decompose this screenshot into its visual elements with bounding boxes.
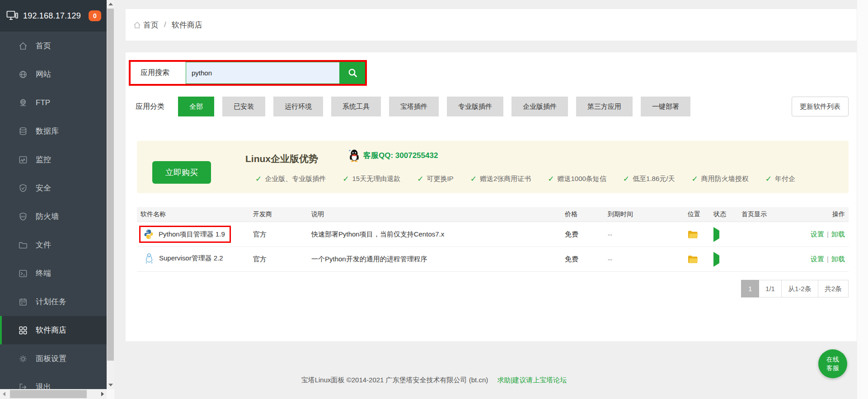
vertical-scrollbar[interactable] bbox=[107, 0, 114, 389]
app-description: 快速部署Python项目，当前仅支持Centos7.x bbox=[308, 230, 561, 239]
running-status-icon[interactable] bbox=[713, 227, 719, 242]
folder-outline-icon bbox=[18, 240, 28, 250]
sidebar-item-label: 监控 bbox=[36, 154, 51, 165]
search-button[interactable] bbox=[340, 62, 365, 84]
running-status-icon[interactable] bbox=[713, 252, 719, 267]
scroll-up-arrow-icon[interactable] bbox=[108, 3, 113, 5]
benefit-item: ✓15天无理由退款 bbox=[343, 174, 400, 184]
app-name: Supervisor管理器 2.2 bbox=[159, 254, 223, 263]
search-input[interactable] bbox=[186, 62, 340, 84]
sidebar-item-ftp[interactable]: FTP bbox=[0, 88, 107, 117]
check-icon: ✓ bbox=[417, 174, 423, 184]
python-app-annotation-box: Python项目管理器 1.9 bbox=[139, 226, 231, 243]
svg-text:✦: ✦ bbox=[348, 149, 351, 152]
sidebar-item-monitor[interactable]: 监控 bbox=[0, 145, 107, 174]
app-developer: 官方 bbox=[249, 255, 308, 264]
scrollbar-corner bbox=[107, 389, 114, 399]
col-header-status: 状态 bbox=[710, 210, 738, 218]
breadcrumb-home-icon bbox=[133, 21, 141, 29]
benefit-item: ✓赠送1000条短信 bbox=[548, 174, 606, 184]
sidebar-item-label: 面板设置 bbox=[36, 353, 66, 364]
terminal-icon bbox=[18, 269, 28, 278]
category-tab-one-click[interactable]: 一键部署 bbox=[641, 97, 690, 116]
sidebar-item-terminal[interactable]: 终端 bbox=[0, 259, 107, 288]
settings-link[interactable]: 设置 bbox=[811, 230, 824, 238]
app-description: 一个Python开发的通用的进程管理程序 bbox=[308, 255, 561, 264]
sidebar-item-label: 网站 bbox=[36, 69, 51, 79]
page-range-info: 从1-2条 bbox=[782, 280, 818, 297]
app-developer: 官方 bbox=[249, 230, 308, 239]
category-tab-enterprise-plugins[interactable]: 企业版插件 bbox=[511, 97, 568, 116]
sidebar-item-label: FTP bbox=[36, 98, 50, 107]
sidebar-item-cron[interactable]: 计划任务 bbox=[0, 288, 107, 316]
search-icon bbox=[347, 68, 358, 78]
category-tab-pro-plugins[interactable]: 专业版插件 bbox=[447, 97, 503, 116]
footer: 宝塔Linux面板 ©2014-2021 广东堡塔安全技术有限公司 (bt.cn… bbox=[0, 376, 868, 385]
gear-icon bbox=[18, 354, 28, 364]
qq-service-line: ✦ 客服QQ: 3007255432 bbox=[348, 149, 438, 162]
update-software-list-button[interactable]: 更新软件列表 bbox=[792, 97, 849, 116]
sidebar-item-appstore[interactable]: 软件商店 bbox=[0, 316, 107, 344]
col-header-location: 位置 bbox=[684, 210, 710, 218]
action-separator: | bbox=[827, 230, 829, 238]
forum-link[interactable]: 求助|建议请上宝塔论坛 bbox=[497, 376, 567, 384]
sidebar-item-label: 防火墙 bbox=[36, 211, 59, 222]
breadcrumb-home-link[interactable]: 首页 bbox=[143, 20, 159, 30]
category-tab-runtime[interactable]: 运行环境 bbox=[273, 97, 323, 116]
app-price: 免费 bbox=[561, 255, 604, 264]
benefit-item: ✓商用防火墙授权 bbox=[691, 174, 748, 184]
svg-text:WAF: WAF bbox=[20, 215, 25, 218]
category-tab-installed[interactable]: 已安装 bbox=[222, 97, 265, 116]
sidebar-item-website[interactable]: 网站 bbox=[0, 60, 107, 88]
page-number-button[interactable]: 1 bbox=[741, 280, 759, 297]
category-tab-third-party[interactable]: 第三方应用 bbox=[576, 97, 633, 116]
pagination: 1 1/1 从1-2条 共2条 bbox=[741, 280, 849, 297]
sidebar-item-label: 文件 bbox=[36, 240, 51, 250]
open-folder-icon[interactable] bbox=[688, 255, 710, 264]
settings-link[interactable]: 设置 bbox=[811, 255, 824, 263]
sidebar-item-firewall[interactable]: WAF 防火墙 bbox=[0, 202, 107, 231]
sidebar-item-settings[interactable]: 面板设置 bbox=[0, 344, 107, 373]
benefit-item: ✓企业版、专业版插件 bbox=[255, 174, 326, 184]
horizontal-scrollbar-thumb[interactable] bbox=[10, 390, 87, 398]
breadcrumb-separator: / bbox=[164, 20, 166, 29]
category-tab-system-tools[interactable]: 系统工具 bbox=[331, 97, 381, 116]
app-price: 免费 bbox=[561, 230, 604, 239]
scroll-right-arrow-icon[interactable] bbox=[101, 392, 104, 396]
app-expire: -- bbox=[604, 231, 684, 238]
sidebar-item-security[interactable]: 安全 bbox=[0, 174, 107, 202]
table-row: Supervisor管理器 2.2 官方 一个Python开发的通用的进程管理程… bbox=[137, 247, 849, 272]
sidebar-item-home[interactable]: 首页 bbox=[0, 32, 107, 60]
scroll-left-arrow-icon[interactable] bbox=[3, 392, 5, 396]
shield-check-icon bbox=[18, 183, 28, 193]
benefit-item: ✓可更换IP bbox=[417, 174, 453, 184]
col-header-name: 软件名称 bbox=[137, 210, 249, 218]
sidebar-item-files[interactable]: 文件 bbox=[0, 231, 107, 259]
category-tab-all[interactable]: 全部 bbox=[178, 97, 214, 116]
sidebar-item-label: 终端 bbox=[36, 268, 51, 278]
ftp-globe-icon bbox=[18, 98, 28, 108]
table-row: Python项目管理器 1.9 官方 快速部署Python项目，当前仅支持Cen… bbox=[137, 222, 849, 247]
category-row: 应用分类 全部 已安装 运行环境 系统工具 宝塔插件 专业版插件 企业版插件 第… bbox=[136, 97, 849, 116]
horizontal-scrollbar[interactable] bbox=[0, 389, 107, 399]
buy-now-button[interactable]: 立即购买 bbox=[152, 161, 211, 184]
open-folder-icon[interactable] bbox=[688, 230, 710, 239]
benefit-list: ✓企业版、专业版插件 ✓15天无理由退款 ✓可更换IP ✓赠送2张商用证书 ✓赠… bbox=[255, 174, 849, 184]
python-icon bbox=[143, 229, 154, 240]
search-label: 应用搜索 bbox=[131, 62, 186, 84]
col-header-home-display: 首页显示 bbox=[738, 210, 792, 218]
vertical-scrollbar-thumb[interactable] bbox=[107, 9, 114, 361]
online-service-button[interactable]: 在线 客服 bbox=[818, 349, 847, 378]
scroll-down-arrow-icon[interactable] bbox=[108, 384, 113, 386]
sidebar-item-database[interactable]: 数据库 bbox=[0, 117, 107, 145]
message-badge[interactable]: 0 bbox=[89, 10, 101, 21]
home-icon bbox=[18, 41, 28, 51]
search-annotation-box: 应用搜索 bbox=[129, 60, 367, 86]
col-header-description: 说明 bbox=[308, 210, 561, 218]
uninstall-link[interactable]: 卸载 bbox=[831, 230, 845, 238]
uninstall-link[interactable]: 卸载 bbox=[831, 255, 845, 263]
sidebar-item-label: 首页 bbox=[36, 41, 51, 51]
check-icon: ✓ bbox=[343, 174, 349, 184]
action-separator: | bbox=[827, 255, 829, 263]
category-tab-bt-plugins[interactable]: 宝塔插件 bbox=[389, 97, 439, 116]
